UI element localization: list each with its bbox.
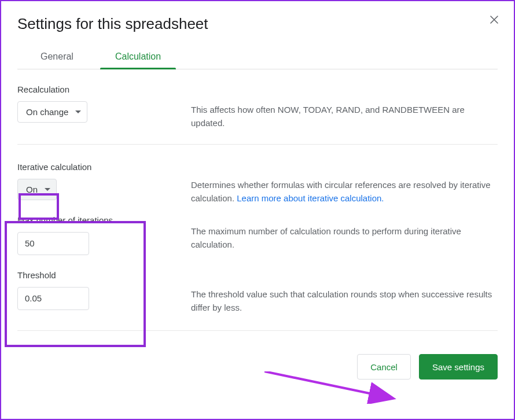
recalculation-description: This affects how often NOW, TODAY, RAND,… [191, 84, 498, 130]
threshold-label: Threshold [17, 270, 191, 280]
max-iterations-label: Max number of iterations [17, 215, 191, 225]
max-iterations-value: 50 [25, 238, 35, 248]
iterative-label: Iterative calculation [17, 162, 191, 172]
iterative-description: Determines whether formulas with circula… [191, 162, 498, 205]
threshold-value: 0.05 [25, 293, 42, 303]
chevron-down-icon [75, 110, 81, 113]
save-settings-button[interactable]: Save settings [419, 354, 498, 380]
iterative-select-value: On [26, 185, 38, 194]
learn-more-link[interactable]: Learn more about iterative calculation. [237, 193, 384, 203]
close-icon[interactable] [490, 15, 499, 27]
chevron-down-icon [45, 188, 50, 191]
recalculation-label: Recalculation [17, 84, 191, 94]
tab-general[interactable]: General [41, 46, 73, 69]
dialog-footer: Cancel Save settings [17, 331, 498, 380]
dialog-header: Settings for this spreadsheet [17, 13, 498, 46]
recalculation-section: Recalculation On change This affects how… [17, 69, 498, 145]
tab-calculation[interactable]: Calculation [115, 46, 161, 69]
iterative-calculation-section: Iterative calculation On Max number of i… [17, 145, 498, 331]
dialog-title: Settings for this spreadsheet [17, 15, 208, 33]
iterative-select[interactable]: On [17, 179, 57, 200]
threshold-description: The threshold value such that calculatio… [191, 252, 498, 315]
recalculation-select-value: On change [26, 107, 68, 117]
recalculation-select[interactable]: On change [17, 101, 87, 123]
settings-dialog: Settings for this spreadsheet General Ca… [0, 0, 515, 420]
tab-bar: General Calculation [17, 46, 498, 69]
max-iterations-description: The maximum number of calculation rounds… [191, 205, 498, 252]
cancel-button[interactable]: Cancel [357, 354, 411, 380]
threshold-input[interactable]: 0.05 [17, 287, 89, 310]
max-iterations-input[interactable]: 50 [17, 232, 89, 255]
